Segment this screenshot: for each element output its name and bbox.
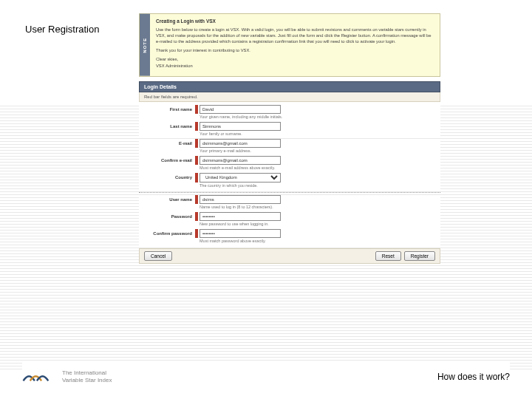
field-last-name: Last name Your family or surname. — [139, 122, 440, 138]
required-note: Red bar fields are required. — [139, 92, 440, 102]
field-email: E-mail Your primary e-mail address. — [139, 139, 440, 155]
required-bar — [195, 229, 198, 238]
field-password: Password New password to use when loggin… — [139, 212, 440, 228]
note-signoff-2: VSX Administration — [156, 64, 193, 68]
note-box: NOTE Creating a Login with VSX Use the f… — [139, 13, 440, 77]
how-does-it-work-link[interactable]: How does it work? — [437, 372, 510, 382]
username-input[interactable] — [200, 195, 281, 204]
username-label: User name — [139, 195, 195, 202]
confirm-email-hint: Must match e-mail address above exactly. — [195, 165, 440, 172]
required-bar — [195, 139, 198, 148]
page-title: User Registration — [25, 24, 99, 35]
required-bar — [195, 156, 198, 165]
logo-text: The International Variable Star Index — [62, 369, 112, 383]
email-input[interactable] — [200, 139, 281, 148]
confirm-password-label: Confirm password — [139, 229, 195, 236]
registration-form: NOTE Creating a Login with VSX Use the f… — [139, 13, 440, 264]
password-input[interactable] — [200, 212, 281, 221]
required-bar — [195, 173, 198, 183]
required-bar — [195, 122, 198, 131]
field-username: User name Name used to log in (8 to 12 c… — [139, 195, 440, 211]
required-bar — [195, 195, 198, 204]
country-select[interactable]: United Kingdom — [200, 173, 281, 183]
last-name-label: Last name — [139, 122, 195, 129]
field-country: Country United Kingdom The country in wh… — [139, 173, 440, 190]
login-details-header: Login Details — [139, 81, 440, 92]
field-confirm-password: Confirm password Must match password abo… — [139, 229, 440, 245]
password-hint: New password to use when logging in. — [195, 221, 440, 228]
email-label: E-mail — [139, 139, 195, 146]
field-first-name: First name Your given name, including an… — [139, 105, 440, 121]
field-confirm-email: Confirm e-mail Must match e-mail address… — [139, 156, 440, 172]
logo-line-1: The International — [62, 369, 112, 377]
username-hint: Name used to log in (8 to 12 characters)… — [195, 204, 440, 211]
reset-button[interactable]: Reset — [375, 251, 401, 261]
country-label: Country — [139, 173, 195, 180]
vsx-logo-icon — [22, 368, 56, 386]
note-title: Creating a Login with VSX — [156, 18, 434, 24]
required-bar — [195, 212, 198, 221]
note-signoff-1: Clear skies, — [156, 57, 178, 61]
note-signoff: Clear skies, VSX Administration — [156, 56, 434, 68]
confirm-email-label: Confirm e-mail — [139, 156, 195, 163]
note-thanks: Thank you for your interest in contribut… — [156, 47, 434, 53]
country-hint: The country in which you reside. — [195, 183, 440, 190]
footer: The International Variable Star Index Ho… — [22, 362, 510, 386]
last-name-hint: Your family or surname. — [195, 131, 440, 138]
password-label: Password — [139, 212, 195, 219]
register-button[interactable]: Register — [404, 251, 435, 261]
note-paragraph: Use the form below to create a login at … — [156, 27, 434, 44]
first-name-hint: Your given name, including any middle in… — [195, 114, 440, 121]
confirm-email-input[interactable] — [200, 156, 281, 165]
first-name-label: First name — [139, 105, 195, 112]
email-hint: Your primary e-mail address. — [195, 148, 440, 155]
confirm-password-hint: Must match password above exactly. — [195, 238, 440, 245]
required-bar — [195, 105, 198, 114]
first-name-input[interactable] — [200, 105, 281, 114]
button-bar: Cancel Reset Register — [139, 248, 440, 264]
logo-block: The International Variable Star Index — [22, 368, 112, 386]
field-divider — [139, 192, 440, 193]
note-tab: NOTE — [140, 14, 150, 76]
confirm-password-input[interactable] — [200, 229, 281, 238]
cancel-button[interactable]: Cancel — [144, 251, 172, 261]
last-name-input[interactable] — [200, 122, 281, 131]
logo-line-2: Variable Star Index — [62, 377, 112, 384]
